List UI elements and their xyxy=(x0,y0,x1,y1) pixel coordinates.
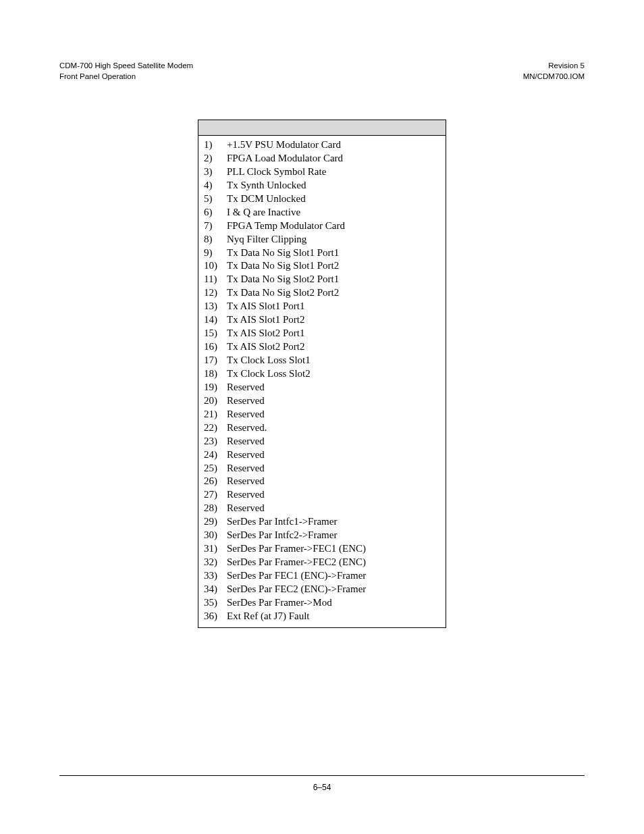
list-item-number: 36) xyxy=(204,610,227,623)
list-item: 36)Ext Ref (at J7) Fault xyxy=(204,610,440,623)
list-item: 5)Tx DCM Unlocked xyxy=(204,192,440,206)
list-item-text: Tx AIS Slot1 Port1 xyxy=(227,300,440,313)
list-item-text: PLL Clock Symbol Rate xyxy=(227,165,440,179)
list-item-text: Reserved xyxy=(227,475,440,488)
list-item-text: Tx Data No Sig Slot1 Port2 xyxy=(227,259,440,273)
header-left: CDM-700 High Speed Satellite Modem Front… xyxy=(59,61,193,82)
fault-table: 1)+1.5V PSU Modulator Card2)FPGA Load Mo… xyxy=(198,120,446,628)
list-item: 30)SerDes Par Intfc2->Framer xyxy=(204,529,440,542)
list-item-text: Reserved xyxy=(227,448,440,462)
list-item-number: 18) xyxy=(204,367,227,381)
list-item-number: 10) xyxy=(204,259,227,273)
list-item-number: 17) xyxy=(204,354,227,367)
list-item-number: 30) xyxy=(204,529,227,542)
page-number: 6–54 xyxy=(313,783,331,792)
list-item-number: 11) xyxy=(204,273,227,286)
list-item: 1)+1.5V PSU Modulator Card xyxy=(204,138,440,152)
list-item: 15)Tx AIS Slot2 Port1 xyxy=(204,327,440,340)
list-item-text: Reserved xyxy=(227,381,440,394)
list-item-number: 22) xyxy=(204,421,227,435)
list-item: 31)SerDes Par Framer->FEC1 (ENC) xyxy=(204,542,440,556)
list-item: 23)Reserved xyxy=(204,435,440,448)
list-item-text: SerDes Par Framer->FEC1 (ENC) xyxy=(227,542,440,556)
list-item-number: 34) xyxy=(204,583,227,596)
list-item-text: Nyq Filter Clipping xyxy=(227,233,440,246)
list-item-text: Tx Synth Unlocked xyxy=(227,179,440,192)
list-item-number: 9) xyxy=(204,246,227,260)
list-item-number: 14) xyxy=(204,313,227,327)
list-item-text: Reserved xyxy=(227,435,440,448)
list-item: 7)FPGA Temp Modulator Card xyxy=(204,219,440,233)
list-item-text: Tx AIS Slot1 Port2 xyxy=(227,313,440,327)
list-item: 27)Reserved xyxy=(204,488,440,502)
header-right-line1: Revision 5 xyxy=(548,61,585,70)
list-item-number: 29) xyxy=(204,515,227,529)
list-item-text: Reserved xyxy=(227,408,440,421)
list-item-text: Tx Data No Sig Slot1 Port1 xyxy=(227,246,440,260)
list-item-text: SerDes Par FEC2 (ENC)->Framer xyxy=(227,583,440,596)
table-body-cell: 1)+1.5V PSU Modulator Card2)FPGA Load Mo… xyxy=(198,136,446,628)
list-item: 34)SerDes Par FEC2 (ENC)->Framer xyxy=(204,583,440,596)
list-item-text: FPGA Temp Modulator Card xyxy=(227,219,440,233)
list-item: 16)Tx AIS Slot2 Port2 xyxy=(204,340,440,354)
list-item-number: 25) xyxy=(204,462,227,475)
header-left-line1: CDM-700 High Speed Satellite Modem xyxy=(59,61,193,70)
list-item: 13)Tx AIS Slot1 Port1 xyxy=(204,300,440,313)
list-item-text: SerDes Par Framer->FEC2 (ENC) xyxy=(227,556,440,569)
table-header-cell xyxy=(198,120,446,136)
list-item-number: 33) xyxy=(204,569,227,583)
list-item: 20)Reserved xyxy=(204,394,440,408)
list-item-text: Reserved xyxy=(227,462,440,475)
list-item-number: 8) xyxy=(204,233,227,246)
list-item-text: Ext Ref (at J7) Fault xyxy=(227,610,440,623)
list-item-text: SerDes Par Intfc2->Framer xyxy=(227,529,440,542)
list-item-number: 4) xyxy=(204,179,227,192)
list-item-number: 24) xyxy=(204,448,227,462)
list-item-number: 21) xyxy=(204,408,227,421)
list-item: 4)Tx Synth Unlocked xyxy=(204,179,440,192)
list-item-number: 28) xyxy=(204,502,227,515)
list-item: 26)Reserved xyxy=(204,475,440,488)
list-item: 12)Tx Data No Sig Slot2 Port2 xyxy=(204,286,440,300)
list-item-number: 3) xyxy=(204,165,227,179)
list-item: 33)SerDes Par FEC1 (ENC)->Framer xyxy=(204,569,440,583)
header-left-line2: Front Panel Operation xyxy=(59,72,136,80)
fault-list: 1)+1.5V PSU Modulator Card2)FPGA Load Mo… xyxy=(204,138,440,623)
list-item: 14)Tx AIS Slot1 Port2 xyxy=(204,313,440,327)
list-item-number: 12) xyxy=(204,286,227,300)
list-item: 2)FPGA Load Modulator Card xyxy=(204,152,440,165)
list-item: 6)I & Q are Inactive xyxy=(204,206,440,219)
list-item: 19)Reserved xyxy=(204,381,440,394)
list-item-number: 2) xyxy=(204,152,227,165)
list-item-text: I & Q are Inactive xyxy=(227,206,440,219)
list-item: 10)Tx Data No Sig Slot1 Port2 xyxy=(204,259,440,273)
list-item: 25)Reserved xyxy=(204,462,440,475)
list-item-text: Tx AIS Slot2 Port2 xyxy=(227,340,440,354)
list-item-text: +1.5V PSU Modulator Card xyxy=(227,138,440,152)
list-item: 28)Reserved xyxy=(204,502,440,515)
list-item-number: 19) xyxy=(204,381,227,394)
page: CDM-700 High Speed Satellite Modem Front… xyxy=(0,0,644,834)
table-container: 1)+1.5V PSU Modulator Card2)FPGA Load Mo… xyxy=(59,120,585,628)
list-item-number: 6) xyxy=(204,206,227,219)
list-item: 11)Tx Data No Sig Slot2 Port1 xyxy=(204,273,440,286)
list-item-number: 23) xyxy=(204,435,227,448)
list-item-number: 32) xyxy=(204,556,227,569)
list-item-number: 15) xyxy=(204,327,227,340)
list-item-number: 7) xyxy=(204,219,227,233)
list-item: 22)Reserved. xyxy=(204,421,440,435)
list-item: 24)Reserved xyxy=(204,448,440,462)
list-item-number: 13) xyxy=(204,300,227,313)
list-item-text: Tx AIS Slot2 Port1 xyxy=(227,327,440,340)
footer-rule xyxy=(59,775,585,776)
list-item-number: 26) xyxy=(204,475,227,488)
list-item-text: Tx Data No Sig Slot2 Port2 xyxy=(227,286,440,300)
list-item-text: Reserved xyxy=(227,394,440,408)
list-item-text: SerDes Par Framer->Mod xyxy=(227,596,440,610)
list-item: 18)Tx Clock Loss Slot2 xyxy=(204,367,440,381)
list-item: 8)Nyq Filter Clipping xyxy=(204,233,440,246)
list-item-text: Tx Data No Sig Slot2 Port1 xyxy=(227,273,440,286)
list-item-text: Reserved xyxy=(227,502,440,515)
list-item-number: 1) xyxy=(204,138,227,152)
list-item-number: 27) xyxy=(204,488,227,502)
